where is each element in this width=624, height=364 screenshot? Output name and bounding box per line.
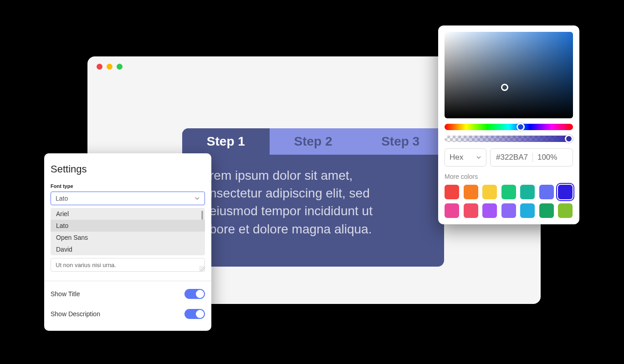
color-format-value: Hex: [450, 153, 463, 162]
alpha-value: 100%: [537, 153, 557, 162]
swatch-10[interactable]: [501, 203, 516, 218]
swatch-6[interactable]: [558, 185, 573, 199]
show-description-toggle[interactable]: [184, 309, 205, 319]
steps-body-text: rem ipsum dolor sit amet, nsectetur adip…: [182, 155, 444, 238]
saturation-field[interactable]: [445, 32, 573, 118]
settings-title: Settings: [51, 163, 205, 175]
font-option-ariel[interactable]: Ariel: [51, 208, 205, 220]
steps-tabs: Step 1 Step 2 Step 3: [182, 128, 444, 155]
swatch-1[interactable]: [464, 185, 478, 199]
divider: [44, 281, 211, 281]
font-type-selected-value: Lato: [56, 195, 68, 202]
hex-input[interactable]: #322BA7 100%: [490, 148, 573, 167]
font-type-label: Font type: [51, 183, 205, 189]
hex-value: #322BA7: [496, 153, 528, 162]
swatch-3[interactable]: [501, 185, 516, 199]
text-input[interactable]: Ut non varius nisi urna.: [51, 258, 205, 272]
separator: [532, 153, 533, 162]
window-close-icon[interactable]: [97, 64, 102, 70]
swatch-13[interactable]: [558, 203, 573, 218]
swatch-2[interactable]: [482, 185, 497, 199]
chevron-down-icon: [194, 196, 200, 201]
tab-step-3[interactable]: Step 3: [357, 128, 444, 155]
text-input-value: Ut non varius nisi urna.: [56, 262, 116, 268]
alpha-cursor[interactable]: [565, 135, 573, 143]
hue-slider[interactable]: [445, 124, 573, 130]
font-type-dropdown: Ariel Lato Open Sans David: [51, 208, 205, 255]
font-option-david[interactable]: David: [51, 243, 205, 255]
swatch-4[interactable]: [520, 185, 535, 199]
dropdown-scrollbar[interactable]: [201, 211, 203, 220]
color-inputs-row: Hex #322BA7 100%: [445, 148, 573, 167]
window-minimize-icon[interactable]: [107, 64, 113, 70]
show-title-toggle[interactable]: [184, 289, 205, 299]
hue-cursor[interactable]: [517, 123, 525, 131]
show-description-label: Show Description: [51, 310, 100, 318]
tab-step-1[interactable]: Step 1: [182, 128, 270, 155]
swatch-0[interactable]: [445, 185, 459, 199]
swatch-5[interactable]: [539, 185, 554, 199]
settings-panel: Settings Font type Lato Ariel Lato Open …: [44, 153, 211, 331]
show-description-row: Show Description: [51, 304, 205, 324]
more-colors-label: More colors: [445, 173, 573, 180]
steps-card: Step 1 Step 2 Step 3 rem ipsum dolor sit…: [182, 128, 444, 267]
swatch-9[interactable]: [482, 203, 497, 218]
color-picker-panel: Hex #322BA7 100% More colors: [438, 25, 579, 224]
show-title-label: Show Title: [51, 290, 80, 298]
alpha-slider[interactable]: [445, 136, 573, 142]
swatch-12[interactable]: [539, 203, 554, 218]
swatch-grid: [445, 185, 573, 218]
color-format-select[interactable]: Hex: [445, 148, 486, 167]
swatch-11[interactable]: [520, 203, 535, 218]
swatch-7[interactable]: [445, 203, 459, 218]
font-option-open-sans[interactable]: Open Sans: [51, 232, 205, 243]
chevron-down-icon: [476, 155, 481, 160]
show-title-row: Show Title: [51, 284, 205, 304]
font-option-lato[interactable]: Lato: [51, 220, 205, 232]
font-type-select[interactable]: Lato: [51, 192, 205, 205]
saturation-cursor[interactable]: [501, 84, 508, 91]
tab-step-2[interactable]: Step 2: [270, 128, 357, 155]
window-maximize-icon[interactable]: [117, 64, 123, 70]
swatch-8[interactable]: [464, 203, 478, 218]
